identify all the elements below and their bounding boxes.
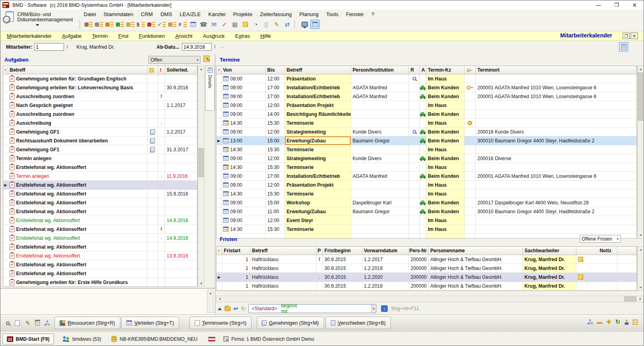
cell-ort[interactable]: 300010 Baumann Gregor 4400 Steyr, Haidfe… [476,136,637,145]
cell-a[interactable] [420,163,426,172]
cell-betreff[interactable]: Genehmigung erteilen für: Grundlagen Eng… [8,74,147,83]
termin-row[interactable]: 14:3015:30TerminserieIm Haus [217,163,637,172]
cell-a[interactable] [420,181,426,189]
mitarbeiter-spinner-icon[interactable]: ▴▾ [65,44,69,49]
aufgaben-header-betreff[interactable]: Betreff [8,66,147,74]
mitarbeiterkalender-icon[interactable] [310,20,320,29]
cell-kz[interactable]: Beim Kunden [426,128,464,136]
termine-header-a[interactable]: A [420,66,426,74]
notizen-icon[interactable] [241,20,250,29]
aufgabe-row[interactable]: Ersttelefonat wg. Aktionsoffert↓14.9.201… [3,234,197,243]
cell-betreff[interactable]: Haftrücklass [250,264,317,273]
termin-row[interactable]: 09:0012:00Präsentation ProjektIm Haus [217,101,637,110]
cell-betreff[interactable]: Präsentation [285,74,351,83]
row-marker[interactable] [217,225,221,234]
cell-betreff[interactable]: Haftrücklass [250,273,317,282]
cell-r[interactable] [409,92,420,101]
cell-a[interactable] [420,172,426,181]
cell-betreff[interactable]: Terminserie [285,225,351,234]
cell-priority[interactable]: ↓ [158,234,165,243]
cell-sollerled[interactable]: 31.3.2017 [165,145,197,154]
cell-kz[interactable]: ... [426,234,464,239]
fristen-header-vorwarndatum[interactable]: Vorwarndatum [362,247,409,255]
cell-betreff[interactable]: Genehmigung GF1 [8,128,147,136]
zeiterfassung-uhr-icon[interactable]: ◔ [251,20,260,29]
row-marker[interactable] [217,154,221,163]
cell-persnr[interactable]: 200000 [409,273,429,282]
aufgabe-row[interactable]: Ersttelefonat wg. Aktionsoffert! [3,225,197,234]
cell-bis[interactable]: 12:00 [266,154,285,163]
cell-note[interactable] [147,234,158,243]
minimize-button[interactable]: — [589,0,607,10]
cell-key[interactable] [464,136,476,145]
cell-note[interactable] [147,154,158,163]
module-menu-item-aufgabe[interactable]: Aufgabe [61,33,82,39]
cell-person[interactable] [351,225,409,234]
cell-a[interactable] [420,216,426,225]
cell-priority[interactable] [158,101,165,110]
cell-von[interactable]: 09:00 [221,198,266,207]
cell-person[interactable] [351,216,409,225]
more-functions-sf9-icon[interactable]: »sF9 [43,319,51,327]
fristen-header-notiz[interactable]: Notiz [576,247,617,255]
cell-von[interactable]: 14:30 [221,189,266,198]
menubar-item-crm[interactable]: CRM [140,11,154,18]
action-button-ressourcen[interactable]: Ressourcen (Strg+R) [54,317,120,329]
module-dropdown-caret-icon[interactable] [36,24,39,26]
cell-von[interactable]: 09:00 [221,154,266,163]
cell-person[interactable] [351,181,409,189]
cell-sachbearbeiter[interactable]: Krug, Manfred Dr. [523,264,576,273]
cell-sollerled[interactable] [165,278,197,287]
cell-von[interactable]: 09:00 [221,101,266,110]
cell-kz[interactable]: Beim Kunden [426,172,464,181]
cell-r[interactable] [409,207,420,216]
panel-divider[interactable] [215,54,215,314]
cell-betreff[interactable]: Workshop [285,198,351,207]
cell-sollerled[interactable]: 14.9.2016 [165,234,197,243]
quick-search-box[interactable]: <Standard> beginnt mit [248,304,376,313]
cell-priority[interactable] [158,189,165,198]
cell-von[interactable]: 09:00 [221,216,266,225]
details-toggle-button[interactable] [619,42,628,51]
module-menu-item-extras[interactable]: Extras [234,33,251,39]
cell-a[interactable] [420,83,426,92]
swap-arrows-icon[interactable]: ⇔ [220,44,225,50]
cell-betreff[interactable]: ... [285,234,351,239]
termine-header-ort[interactable]: Terminort [476,66,637,74]
aufgabe-row[interactable]: Ersttelefonat wg. Aktionsoffert [3,198,197,207]
aufgabe-row[interactable]: Ersttelefonat wg. Aktionsoffert [3,207,197,216]
cell-bis[interactable]: 15:30 [266,225,285,234]
cell-priority[interactable] [158,154,165,163]
status-database[interactable]: NB-KRE395\BMD:BMDDEMO_NEU [111,336,197,342]
maximize-button[interactable]: ❐ [607,0,625,10]
synchronisieren-icon[interactable]: ⇄ [283,20,292,29]
cell-ort[interactable]: 200001 AGATA Manfred 1010 Wien, Losenste… [476,92,637,101]
cell-person[interactable] [351,74,409,83]
cell-note[interactable] [147,128,158,136]
termin-row[interactable]: 09:0014:00Besichtigung RäumlichkeitenBei… [217,110,637,119]
menubar-item-projekte[interactable]: Projekte [232,11,253,18]
cell-key[interactable]: ... [464,234,476,239]
termin-row[interactable]: 08:0012:00PräsentationIm Haus [217,74,637,83]
module-menu-item-hilfe[interactable]: Hilfe [260,33,272,39]
scroll-left-icon[interactable] [217,296,223,302]
cell-a[interactable] [420,128,426,136]
row-marker[interactable] [217,181,221,189]
cell-personenname[interactable]: Allinger Hoch & Tiefbau GesmbH. [429,282,523,290]
cell-kz[interactable]: Beim Kunden [426,92,464,101]
cell-betreff[interactable]: Terminserie [285,119,351,128]
cell-priority[interactable] [158,145,165,154]
cell-fristart[interactable]: 1 [222,282,250,290]
termin-row[interactable]: 14:3015:30TerminserieIm Haus [217,119,637,128]
frist-row[interactable]: ▶1Haftrücklass↓30.6.20151.2.2020200000Al… [217,273,637,282]
termin-row[interactable]: 14:3015:30TerminserieIm Haus [217,189,637,198]
cell-key[interactable] [464,110,476,119]
aufgaben-scrollbar[interactable] [198,66,204,287]
cell-key[interactable] [464,172,476,181]
cell-key[interactable] [464,163,476,172]
cell-von[interactable]: 14:30 [221,225,266,234]
row-marker[interactable] [217,198,221,207]
cell-priority[interactable]: ↓ [158,119,165,128]
termine-header-marker[interactable]: ▾ [217,66,221,74]
abdatum-spinner-icon[interactable]: ▴▾ [213,44,217,49]
